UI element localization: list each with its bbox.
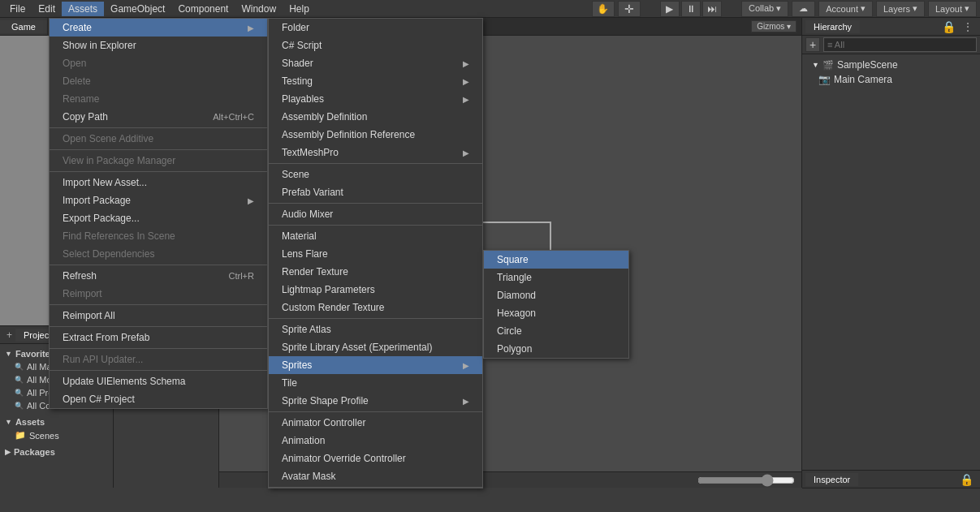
menu-item-export-pkg[interactable]: Export Package... [50, 209, 267, 227]
testing-arrow-icon: ▶ [463, 77, 469, 86]
sprite-square[interactable]: Square [484, 251, 628, 269]
menu-item-refresh[interactable]: Refresh Ctrl+R [50, 267, 267, 285]
create-sprite-shape[interactable]: Sprite Shape Profile ▶ [269, 392, 482, 410]
create-submenu: Folder C# Script Shader ▶ Testing ▶ Play… [268, 18, 483, 488]
menu-assets[interactable]: Assets [62, 2, 104, 16]
menu-component[interactable]: Component [171, 2, 235, 16]
create-textmeshpro[interactable]: TextMeshPro ▶ [269, 144, 482, 161]
create-audio-mixer[interactable]: Audio Mixer [269, 205, 482, 223]
tab-game[interactable]: Game [0, 20, 47, 33]
inspector-tab-bar: Inspector 🔒 [802, 471, 980, 488]
play-button[interactable]: ▶ [660, 1, 680, 17]
menu-window[interactable]: Window [235, 2, 283, 16]
move-tool-btn[interactable]: ✛ [618, 1, 641, 17]
menu-file[interactable]: File [3, 2, 32, 16]
create-assembly-def[interactable]: Assembly Definition [269, 108, 482, 126]
menu-item-copy-path[interactable]: Copy Path Alt+Ctrl+C [50, 108, 267, 126]
create-folder[interactable]: Folder [269, 19, 482, 37]
hierarchy-scene-name: SampleScene [837, 59, 898, 71]
account-arrow-icon: ▾ [861, 3, 866, 14]
menu-gameobject[interactable]: GameObject [104, 2, 171, 16]
create-lightmap-params[interactable]: Lightmap Parameters [269, 281, 482, 299]
hierarchy-search[interactable] [823, 37, 977, 52]
sprite-triangle[interactable]: Triangle [484, 269, 628, 286]
create-lens-flare[interactable]: Lens Flare [269, 245, 482, 263]
hierarchy-sample-scene[interactable]: ▼ 🎬 SampleScene [805, 58, 977, 72]
layout-button[interactable]: Layout ▾ [928, 1, 977, 17]
create-animator-ctrl[interactable]: Animator Controller [269, 414, 482, 432]
create-prefab-variant[interactable]: Prefab Variant [269, 183, 482, 201]
account-label: Account [826, 4, 858, 14]
sprites-submenu: Square Triangle Diamond Hexagon Circle P… [483, 250, 629, 359]
gizmos-button[interactable]: Gizmos ▾ [751, 20, 797, 32]
scenes-folder[interactable]: 📁 Scenes [11, 428, 111, 442]
menu-bar: File Edit Assets GameObject Component Wi… [0, 0, 980, 18]
menu-item-reimport: Reimport [50, 285, 267, 303]
create-sprites[interactable]: Sprites ▶ [269, 356, 482, 374]
textmeshpro-label: TextMeshPro [282, 147, 339, 158]
tab-inspector[interactable]: Inspector [805, 473, 858, 486]
pause-button[interactable]: ⏸ [681, 1, 701, 17]
cloud-icon: ☁ [799, 3, 808, 14]
packages-arrow-icon: ▶ [5, 448, 11, 456]
menu-item-import-pkg[interactable]: Import Package ▶ [50, 191, 267, 209]
cloud-button[interactable]: ☁ [792, 1, 815, 17]
account-button[interactable]: Account ▾ [818, 1, 873, 17]
menu-item-open-scene: Open Scene Additive [50, 130, 267, 148]
create-arrow-icon: ▶ [248, 24, 254, 32]
layers-arrow-icon: ▾ [913, 3, 917, 14]
assets-tree-header[interactable]: ▼ Assets [2, 415, 111, 428]
shader-label: Shader [282, 58, 313, 69]
hierarchy-main-camera[interactable]: 📷 Main Camera [805, 72, 977, 87]
packages-header[interactable]: ▶ Packages [2, 445, 111, 458]
create-animation[interactable]: Animation [269, 432, 482, 450]
create-animator-override[interactable]: Animator Override Controller [269, 450, 482, 467]
menu-help[interactable]: Help [283, 2, 316, 16]
hierarchy-add-btn[interactable]: + [805, 37, 820, 52]
create-shader[interactable]: Shader ▶ [269, 54, 482, 72]
search-icon-prefabs: 🔍 [15, 389, 24, 397]
create-custom-render-texture[interactable]: Custom Render Texture [269, 299, 482, 316]
menu-item-extract-prefab[interactable]: Extract From Prefab [50, 329, 267, 346]
create-sprite-atlas[interactable]: Sprite Atlas [269, 321, 482, 338]
create-assembly-def-ref[interactable]: Assembly Definition Reference [269, 126, 482, 144]
create-testing[interactable]: Testing ▶ [269, 72, 482, 90]
menu-item-open: Open [50, 54, 267, 72]
menu-item-select-deps: Select Dependencies [50, 245, 267, 263]
hierarchy-lock-btn[interactable]: 🔒 [939, 20, 959, 33]
inspector-content [802, 488, 980, 501]
create-tile[interactable]: Tile [269, 374, 482, 392]
sprite-diamond[interactable]: Diamond [484, 286, 628, 304]
hierarchy-more-btn[interactable]: ⋮ [959, 20, 977, 33]
collab-button[interactable]: Collab ▾ [741, 1, 788, 17]
sprite-polygon[interactable]: Polygon [484, 340, 628, 358]
create-avatar-mask[interactable]: Avatar Mask [269, 467, 482, 485]
create-csharp[interactable]: C# Script [269, 37, 482, 54]
create-scene[interactable]: Scene [269, 166, 482, 183]
menu-item-show-explorer[interactable]: Show in Explorer [50, 37, 267, 54]
right-panel: Hierarchy 🔒 ⋮ + ▼ 🎬 SampleScene 📷 Main C… [801, 18, 980, 488]
inspector-lock-btn[interactable]: 🔒 [956, 473, 977, 486]
layers-button[interactable]: Layers ▾ [876, 1, 925, 17]
resize-slider[interactable] [697, 474, 795, 487]
create-playables[interactable]: Playables ▶ [269, 90, 482, 108]
menu-item-import-asset[interactable]: Import New Asset... [50, 174, 267, 191]
menu-item-reimport-all[interactable]: Reimport All [50, 307, 267, 325]
inspector-panel: Inspector 🔒 [802, 470, 980, 501]
project-add-btn[interactable]: + [3, 328, 15, 342]
menu-item-create[interactable]: Create ▶ [50, 19, 267, 37]
tab-hierarchy[interactable]: Hierarchy [805, 20, 860, 33]
menu-edit[interactable]: Edit [32, 2, 62, 16]
hand-tool-btn[interactable]: ✋ [592, 1, 615, 17]
menu-item-update-ui[interactable]: Update UIElements Schema [50, 372, 267, 390]
sprite-shape-label: Sprite Shape Profile [282, 395, 369, 407]
menu-item-open-cs[interactable]: Open C# Project [50, 390, 267, 408]
step-button[interactable]: ⏭ [702, 1, 722, 17]
create-render-texture[interactable]: Render Texture [269, 263, 482, 281]
gizmos-label: Gizmos [757, 22, 784, 31]
create-sprite-library[interactable]: Sprite Library Asset (Experimental) [269, 338, 482, 356]
playables-label: Playables [282, 93, 324, 105]
sprite-circle[interactable]: Circle [484, 322, 628, 340]
create-material[interactable]: Material [269, 227, 482, 245]
sprite-hexagon[interactable]: Hexagon [484, 304, 628, 322]
